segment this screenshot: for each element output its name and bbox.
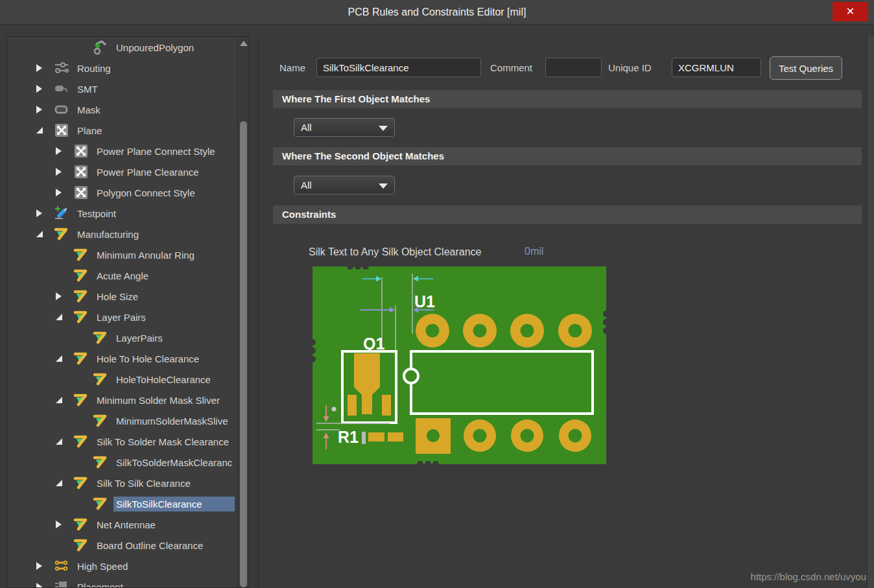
tree-item[interactable]: SilkToSolderMaskClearanc [7,452,237,473]
second-object-dropdown[interactable]: All [294,176,395,194]
expanded-chevron-icon[interactable] [36,230,54,238]
clearance-label: Silk Text to Any Silk Object Clearance [309,246,482,258]
tree-item-label: UnpouredPolygon [113,40,196,55]
window-title: PCB Rules and Constraints Editor [mil] [0,6,874,18]
tree-item[interactable]: MinimumSolderMaskSlive [7,410,237,431]
collapsed-chevron-icon[interactable] [55,147,73,155]
tree-item[interactable]: Minimum Annular Ring [7,244,237,265]
mfg-icon [73,475,91,491]
tree-item-label: LayerPairs [113,331,165,346]
tree-item[interactable]: Polygon Connect Style [7,182,237,203]
tree-item[interactable]: Silk To Solder Mask Clearance [7,431,237,452]
tree-item[interactable]: Net Antennae [7,514,237,535]
placement-icon [54,579,72,587]
testpoint-icon [54,206,72,221]
first-object-dropdown-value: All [301,122,312,133]
plane-icon [73,164,91,180]
tree-item[interactable]: Acute Angle [7,265,237,286]
expanded-chevron-icon[interactable] [55,313,73,321]
constraint-diagram: U1 Q1 [313,266,606,464]
tree-item[interactable]: Plane [7,120,237,141]
second-object-section-header: Where The Second Object Matches [273,147,862,165]
tree-item-label: SilkToSilkClearance [113,497,235,512]
tree-item-label: Silk To Solder Mask Clearance [94,434,231,449]
tree-item[interactable]: Power Plane Connect Style [7,141,237,161]
tree-item-label: High Speed [75,559,130,574]
tree-item[interactable]: Placement [7,576,237,587]
tree-item-label: Hole To Hole Clearance [94,351,202,366]
collapsed-chevron-icon[interactable] [36,85,54,93]
rules-tree: UnpouredPolygonRoutingSMTMaskPlanePower … [7,37,237,587]
collapsed-chevron-icon[interactable] [36,583,54,587]
collapsed-chevron-icon[interactable] [55,189,73,196]
unique-id-input[interactable] [672,58,761,77]
mfg-icon [93,330,111,346]
tree-item[interactable]: Minimum Solder Mask Sliver [7,390,237,410]
collapsed-chevron-icon[interactable] [55,521,73,528]
scroll-up-icon[interactable] [240,41,248,46]
expanded-chevron-icon[interactable] [55,396,73,404]
collapsed-chevron-icon[interactable] [36,64,54,72]
expanded-chevron-icon[interactable] [55,479,73,487]
first-object-section-header: Where The First Object Matches [273,90,862,108]
tree-item-label: Power Plane Clearance [94,165,202,180]
tree-item[interactable]: Hole To Hole Clearance [7,348,237,369]
smt-icon [54,81,72,97]
tree-item[interactable]: Testpoint [7,203,237,224]
collapsed-chevron-icon[interactable] [55,292,73,300]
pcb-rules-dialog: PCB Rules and Constraints Editor [mil] ✕… [0,0,874,588]
collapsed-chevron-icon[interactable] [36,106,54,113]
tree-item[interactable]: Manufacturing [7,224,237,244]
tree-item[interactable]: SilkToSilkClearance [7,493,237,514]
collapsed-chevron-icon[interactable] [55,168,73,176]
mfg-icon [73,537,91,553]
tree-item-label: Net Antennae [94,517,158,532]
tree-item-label: HoleToHoleClearance [113,372,213,387]
tree-item[interactable]: Board Outline Clearance [7,535,237,556]
test-queries-button[interactable]: Test Queries [770,56,842,80]
tree-item-label: Routing [75,61,113,76]
tree-item-label: Acute Angle [94,268,151,283]
mfg-icon [73,288,91,304]
expanded-chevron-icon[interactable] [55,438,73,445]
collapsed-chevron-icon[interactable] [36,209,54,217]
tree-item-label: Layer Pairs [94,310,148,325]
tree-item[interactable]: LayerPairs [7,327,237,348]
tree-item[interactable]: High Speed [7,556,237,576]
chevron-down-icon [379,126,388,131]
expanded-chevron-icon[interactable] [36,126,54,134]
tree-item[interactable]: Power Plane Clearance [7,161,237,182]
tree-item[interactable]: Mask [7,99,237,120]
close-button[interactable]: ✕ [833,2,868,21]
tree-item-label: SilkToSolderMaskClearanc [113,455,235,470]
tree-item-label: Minimum Solder Mask Sliver [94,393,222,408]
name-input[interactable] [316,58,481,77]
tree-item[interactable]: HoleToHoleClearance [7,369,237,390]
tree-item-label: Polygon Connect Style [94,185,198,200]
clearance-value-field[interactable]: 0mil [525,246,543,257]
collapsed-chevron-icon[interactable] [36,562,54,570]
chevron-down-icon [379,183,388,189]
tree-item[interactable]: Routing [7,58,237,78]
panel-scrollbar[interactable] [867,36,874,588]
tree-scrollbar-thumb[interactable] [240,121,247,587]
mfg-icon [73,434,91,449]
title-bar: PCB Rules and Constraints Editor [mil] ✕ [0,0,874,25]
mfg-icon [73,392,91,408]
tree-item[interactable]: UnpouredPolygon [7,37,237,58]
mfg-icon [93,496,111,512]
tree-item[interactable]: SMT [7,78,237,99]
tree-scrollbar[interactable] [237,37,249,587]
comment-input[interactable] [545,58,602,77]
first-object-dropdown[interactable]: All [294,118,395,137]
tree-item[interactable]: Hole Size [7,286,237,307]
mfg-icon [73,247,91,263]
rule-editor-panel: Name Comment Unique ID Test Queries Wher… [258,36,874,588]
mfg-icon [54,226,72,242]
tree-item[interactable]: Layer Pairs [7,307,237,327]
tree-item[interactable]: Silk To Silk Clearance [7,473,237,493]
name-label: Name [279,62,305,73]
plane-icon [54,123,72,138]
routing-icon [54,60,72,76]
expanded-chevron-icon[interactable] [55,355,73,362]
